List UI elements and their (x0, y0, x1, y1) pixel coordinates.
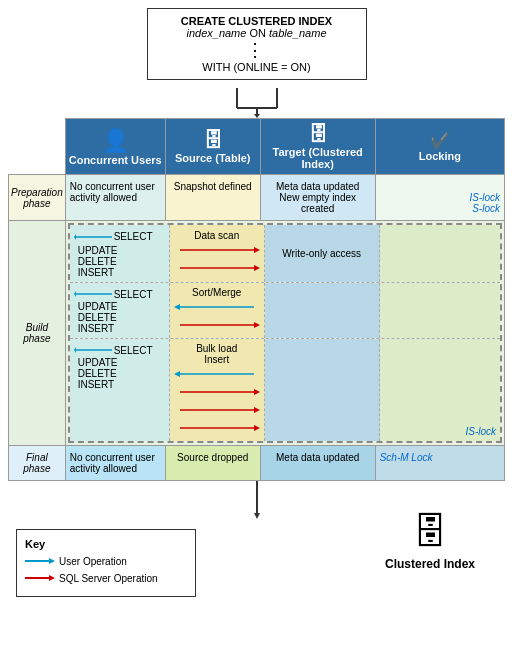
arrow-right-bulk2 (180, 403, 260, 417)
final-target-text: Meta data updated (276, 452, 359, 463)
svg-marker-32 (49, 575, 55, 581)
locking-label: Locking (378, 150, 502, 162)
build-sub1-locking (380, 225, 500, 282)
sql-box: CREATE CLUSTERED INDEX index_name ON tab… (147, 8, 367, 80)
arrow-right-datascan2 (180, 261, 260, 275)
sql-index-name: index_name (186, 27, 246, 39)
clustered-index-icon: 🗄 (412, 511, 448, 553)
build-sub3-insert: INSERT (74, 379, 165, 390)
prep-target-text: Meta data updatedNew empty index created (276, 181, 359, 214)
svg-marker-28 (254, 513, 260, 519)
build-sub1-update: UPDATE (74, 245, 165, 256)
svg-marker-10 (254, 265, 260, 271)
arrow-left-2 (74, 287, 114, 301)
main-container: CREATE CLUSTERED INDEX index_name ON tab… (0, 0, 513, 613)
concurrent-label: Concurrent Users (68, 154, 163, 166)
arrow-left-sort (174, 300, 254, 314)
prep-target: Meta data updatedNew empty index created (260, 175, 375, 221)
arrow-left-3 (74, 343, 114, 357)
prep-locking: IS-lock S-lock (375, 175, 504, 221)
build-sub2-insert: INSERT (74, 323, 165, 334)
final-locking: Sch-M Lock (375, 446, 504, 481)
final-phase-label: Finalphase (9, 446, 66, 481)
build-sub1-source: Data scan (170, 225, 265, 282)
final-source-text: Source dropped (177, 452, 248, 463)
arrow-right-datascan (180, 243, 260, 257)
key-item-sql: SQL Server Operation (25, 571, 187, 585)
header-concurrent: 👤 Concurrent Users (65, 119, 165, 175)
build-sub3-update: UPDATE (74, 357, 165, 368)
header-target: 🗄 Target (Clustered Index) (260, 119, 375, 175)
svg-marker-14 (174, 304, 180, 310)
svg-marker-22 (254, 389, 260, 395)
arrow-right-sort (180, 318, 260, 332)
key-title: Key (25, 538, 187, 550)
build-sub-row-1: SELECT UPDATE DELETE INSERT Data scan (70, 225, 500, 283)
bulk-load-label: Bulk loadInsert (174, 343, 260, 365)
sort-merge-label: Sort/Merge (174, 287, 260, 298)
svg-marker-12 (74, 291, 76, 297)
arrow-right-bulk1 (180, 385, 260, 399)
sql-table-name: table_name (269, 27, 327, 39)
build-phase-row: Buildphase SELECT UPDATE DE (9, 221, 505, 446)
svg-marker-18 (74, 347, 76, 353)
final-concurrent-text: No concurrent user activity allowed (70, 452, 155, 474)
target-label: Target (Clustered Index) (263, 146, 373, 170)
build-sub2-delete: DELETE (74, 312, 165, 323)
clustered-index-label: Clustered Index (385, 557, 475, 571)
build-sub1-insert: INSERT (74, 267, 165, 278)
sql-line3: WITH (ONLINE = ON) (158, 61, 356, 73)
key-section: Key User Operation SQL Server Operation (16, 529, 196, 597)
build-sub3-locking: IS-lock (380, 339, 500, 441)
source-icon: 🗄 (168, 129, 258, 152)
build-sub2-update: UPDATE (74, 301, 165, 312)
build-sub1-concurrent: SELECT UPDATE DELETE INSERT (70, 225, 170, 282)
build-sub2-source: Sort/Merge (170, 283, 265, 338)
final-source: Source dropped (165, 446, 260, 481)
build-sub2-locking (380, 283, 500, 338)
key-user-label: User Operation (59, 556, 127, 567)
svg-marker-30 (49, 558, 55, 564)
build-sub2-target (265, 283, 380, 338)
build-sub-row-3: SELECT UPDATE DELETE INSERT Bulk loadIns… (70, 339, 500, 441)
prep-source-text: Snapshot defined (174, 181, 252, 192)
build-phase-content: SELECT UPDATE DELETE INSERT Data scan (65, 221, 504, 446)
header-spacer (9, 119, 66, 175)
key-sql-label: SQL Server Operation (59, 573, 158, 584)
build-sub3-source: Bulk loadInsert (170, 339, 265, 441)
svg-marker-16 (254, 322, 260, 328)
build-phase-label: Buildphase (9, 221, 66, 446)
prep-lock-s: S-lock (380, 203, 500, 214)
prep-phase-row: Preparationphase No concurrent user acti… (9, 175, 505, 221)
final-lock-text: Sch-M Lock (380, 452, 433, 463)
final-phase-row: Finalphase No concurrent user activity a… (9, 446, 505, 481)
target-icon: 🗄 (263, 123, 373, 146)
svg-marker-20 (174, 371, 180, 377)
source-label: Source (Table) (168, 152, 258, 164)
build-sub1-delete: DELETE (74, 256, 165, 267)
svg-marker-6 (74, 234, 76, 240)
arrow-left-bulk (174, 367, 254, 381)
build-sub3-target (265, 339, 380, 441)
data-scan-label: Data scan (174, 230, 260, 241)
build-sub2-concurrent: SELECT UPDATE DELETE INSERT (70, 283, 170, 338)
prep-lock-is: IS-lock (380, 192, 500, 203)
write-only-label: Write-only access (282, 248, 361, 259)
key-item-user: User Operation (25, 554, 187, 568)
svg-marker-26 (254, 425, 260, 431)
header-source: 🗄 Source (Table) (165, 119, 260, 175)
build-sub3-delete: DELETE (74, 368, 165, 379)
build-is-lock: IS-lock (465, 426, 496, 437)
build-sub1-target: Write-only access (265, 225, 380, 282)
arrow-left-1 (74, 230, 114, 244)
build-sub3-concurrent: SELECT UPDATE DELETE INSERT (70, 339, 170, 441)
svg-marker-24 (254, 407, 260, 413)
concurrent-icon: 👤 (68, 128, 163, 154)
prep-phase-label: Preparationphase (9, 175, 66, 221)
prep-concurrent-text: No concurrent user activity allowed (70, 181, 155, 203)
sql-dots: ⋮ (158, 39, 356, 61)
top-arrow-svg (217, 88, 297, 118)
prep-concurrent: No concurrent user activity allowed (65, 175, 165, 221)
final-concurrent: No concurrent user activity allowed (65, 446, 165, 481)
build-sub-row-2: SELECT UPDATE DELETE INSERT Sort/Merge (70, 283, 500, 339)
